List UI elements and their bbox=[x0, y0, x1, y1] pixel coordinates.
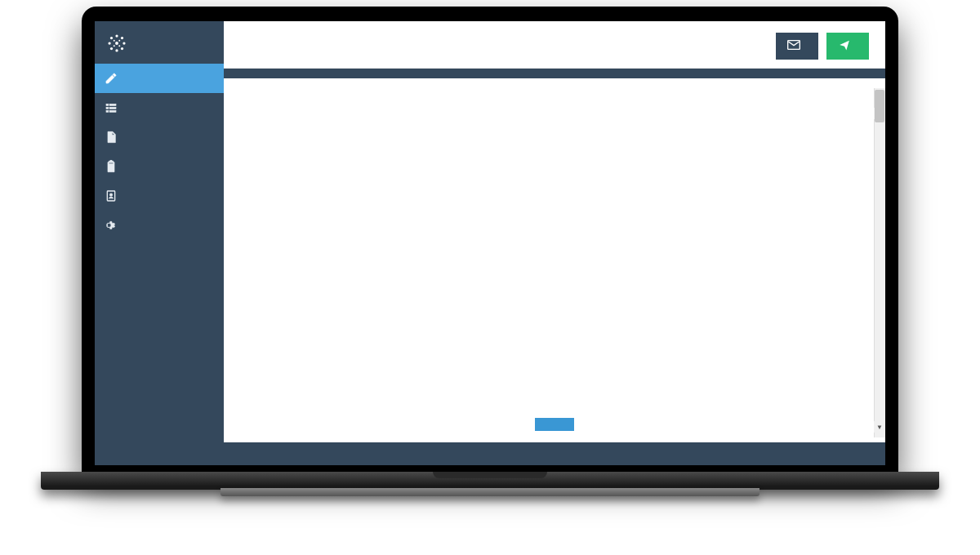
clipboard-icon bbox=[105, 160, 118, 173]
svg-rect-18 bbox=[109, 110, 116, 112]
sidebar bbox=[95, 21, 224, 465]
add-new-button[interactable] bbox=[535, 418, 574, 431]
svg-point-5 bbox=[110, 47, 113, 50]
svg-rect-13 bbox=[106, 104, 109, 105]
top-bar bbox=[224, 21, 885, 69]
sidebar-item-edit-report[interactable] bbox=[95, 64, 224, 93]
svg-point-3 bbox=[121, 47, 123, 50]
svg-point-7 bbox=[110, 37, 113, 39]
report-table: ▲ ▼ bbox=[224, 69, 885, 442]
logo-icon bbox=[106, 33, 127, 54]
scrollbar-thumb[interactable] bbox=[875, 90, 884, 122]
svg-point-12 bbox=[114, 45, 115, 47]
svg-rect-15 bbox=[106, 107, 109, 109]
main-panel: ▲ ▼ bbox=[224, 21, 885, 465]
sidebar-item-idleness-report[interactable] bbox=[95, 93, 224, 122]
sidebar-item-manage-new-hires[interactable] bbox=[95, 181, 224, 211]
svg-point-20 bbox=[109, 193, 112, 196]
app-window: ▲ ▼ bbox=[95, 21, 885, 465]
add-row-container bbox=[224, 405, 885, 442]
sidebar-item-configurations[interactable] bbox=[95, 211, 224, 240]
sidebar-item-manage-assignments[interactable] bbox=[95, 152, 224, 181]
svg-point-0 bbox=[115, 34, 118, 37]
svg-point-4 bbox=[115, 49, 118, 51]
table-body[interactable] bbox=[224, 78, 885, 405]
badge-icon bbox=[105, 189, 118, 202]
mail-icon bbox=[787, 39, 800, 53]
send-report-button[interactable] bbox=[776, 33, 818, 60]
svg-point-1 bbox=[121, 37, 123, 39]
svg-point-9 bbox=[114, 40, 115, 42]
gear-icon bbox=[105, 219, 118, 232]
scroll-down-icon[interactable]: ▼ bbox=[874, 421, 885, 433]
pencil-icon bbox=[105, 72, 118, 85]
svg-point-8 bbox=[115, 42, 118, 45]
sidebar-item-escalation-report[interactable] bbox=[95, 122, 224, 152]
scrollbar-track[interactable]: ▲ ▼ bbox=[874, 88, 885, 437]
svg-point-6 bbox=[108, 42, 110, 44]
paper-plane-icon bbox=[838, 39, 851, 53]
svg-point-10 bbox=[118, 40, 120, 42]
submit-button[interactable] bbox=[826, 33, 869, 60]
footer-bar bbox=[224, 442, 885, 465]
logo bbox=[95, 21, 224, 64]
svg-rect-16 bbox=[109, 107, 116, 109]
svg-point-2 bbox=[122, 42, 125, 44]
svg-rect-17 bbox=[106, 110, 109, 112]
svg-rect-14 bbox=[109, 104, 116, 105]
top-actions bbox=[776, 33, 869, 60]
svg-point-11 bbox=[118, 45, 120, 47]
list-icon bbox=[105, 101, 118, 114]
document-icon bbox=[105, 131, 118, 144]
nav bbox=[95, 64, 224, 240]
table-header bbox=[224, 69, 885, 78]
